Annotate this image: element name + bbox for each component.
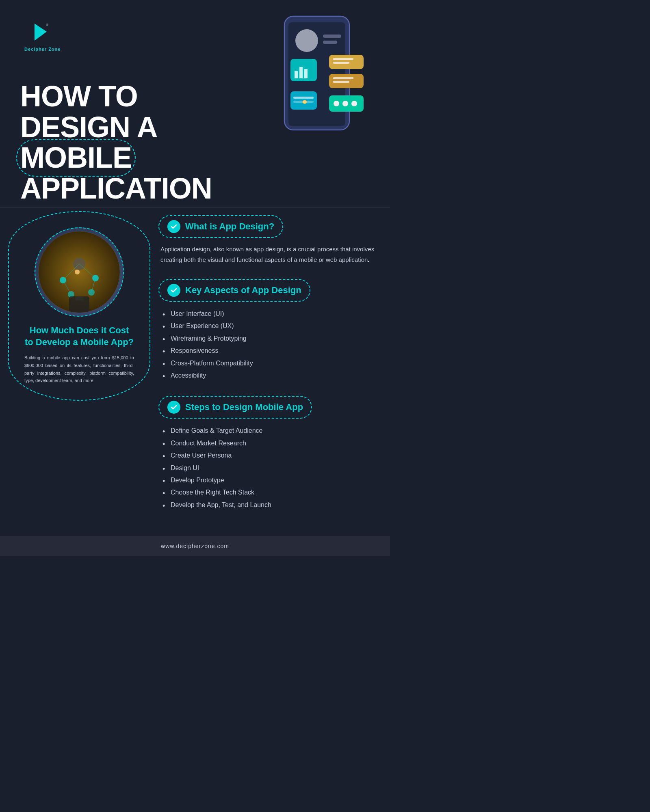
key-aspects-title: Key Aspects of App Design: [185, 285, 301, 296]
list-item: Choose the Right Tech Stack: [162, 486, 378, 499]
svg-text:®: ®: [46, 23, 48, 27]
steps-section: Steps to Design Mobile App Define Goals …: [158, 396, 378, 511]
svg-point-23: [342, 101, 348, 106]
svg-rect-15: [333, 77, 353, 79]
key-aspects-section: Key Aspects of App Design User Interface…: [158, 279, 378, 382]
check-circle-2: [167, 284, 180, 297]
list-item: Define Goals & Target Audience: [162, 425, 378, 437]
list-item: Design UI: [162, 462, 378, 474]
svg-rect-8: [295, 71, 298, 78]
svg-rect-20: [293, 101, 314, 103]
steps-list: Define Goals & Target Audience Conduct M…: [162, 425, 378, 511]
list-item: User Experience (UX): [162, 320, 378, 332]
svg-rect-37: [75, 296, 83, 300]
logo-icon: ®: [30, 20, 55, 45]
cost-section: How Much Does it Cost to Develop a Mobil…: [16, 219, 142, 393]
steps-title: Steps to Design Mobile App: [185, 402, 303, 412]
svg-rect-12: [333, 58, 353, 60]
footer-url: www.decipherzone.com: [161, 543, 229, 549]
steps-header: Steps to Design Mobile App: [158, 396, 312, 419]
what-is-title: What is App Design?: [185, 221, 274, 232]
svg-rect-5: [323, 35, 341, 38]
divider: [0, 207, 390, 207]
key-aspects-list: User Interface (UI) User Experience (UX)…: [162, 308, 378, 382]
check-circle-1: [167, 220, 180, 233]
what-is-header: What is App Design?: [158, 215, 283, 238]
list-item: Conduct Market Research: [162, 437, 378, 449]
phone-illustration: [248, 12, 378, 142]
svg-rect-6: [323, 41, 337, 44]
svg-rect-7: [290, 59, 317, 81]
list-item: Develop Prototype: [162, 474, 378, 486]
person-image-container: [35, 227, 124, 317]
main-title-section: HOW TO DESIGN A MOBILE APPLICATION: [20, 81, 244, 204]
what-is-description: Application design, also known as app de…: [160, 244, 378, 265]
title-highlight: MOBILE: [20, 143, 132, 173]
list-item: Create User Persona: [162, 449, 378, 462]
logo-area: ® Decipher Zone: [24, 20, 61, 52]
svg-rect-9: [299, 67, 303, 78]
check-circle-3: [167, 401, 180, 414]
person-image: [39, 231, 120, 313]
right-column: What is App Design? Application design, …: [158, 215, 378, 525]
svg-rect-13: [333, 62, 349, 64]
list-item: Responsiveness: [162, 345, 378, 357]
what-is-section: What is App Design? Application design, …: [158, 215, 378, 265]
list-item: Wireframing & Prototyping: [162, 333, 378, 345]
svg-rect-16: [333, 81, 349, 83]
logo-text: Decipher Zone: [24, 47, 61, 52]
svg-rect-10: [304, 69, 308, 78]
cost-body: Building a mobile app can cost you from …: [24, 354, 134, 384]
list-item: User Interface (UI): [162, 308, 378, 320]
svg-rect-18: [293, 97, 314, 99]
left-column: How Much Does it Cost to Develop a Mobil…: [16, 219, 142, 393]
svg-point-24: [351, 101, 357, 106]
key-aspects-header: Key Aspects of App Design: [158, 279, 310, 302]
footer: www.decipherzone.com: [0, 536, 390, 556]
list-item: Accessibility: [162, 369, 378, 382]
svg-point-35: [75, 270, 80, 274]
cost-heading: How Much Does it Cost to Develop a Mobil…: [24, 325, 134, 348]
list-item: Develop the App, Test, and Launch: [162, 499, 378, 511]
title-line2: MOBILE APPLICATION: [20, 143, 244, 204]
title-line1: HOW TO DESIGN A: [20, 81, 244, 143]
svg-point-4: [295, 29, 318, 52]
list-item: Cross-Platform Compatibility: [162, 357, 378, 369]
main-title: HOW TO DESIGN A MOBILE APPLICATION: [20, 81, 244, 204]
svg-marker-0: [35, 24, 47, 41]
svg-point-22: [334, 101, 339, 106]
